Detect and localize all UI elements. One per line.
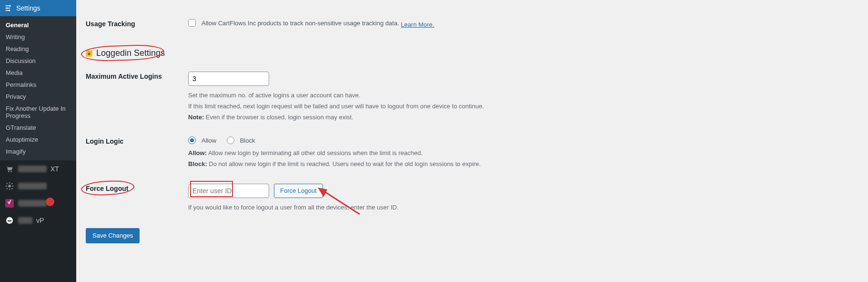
sidebar-item-media[interactable]: Media: [0, 67, 76, 79]
login-logic-allow-radio[interactable]: [188, 136, 196, 144]
force-logout-button[interactable]: Force Logout: [274, 184, 323, 198]
sidebar-item-gtranslate[interactable]: GTranslate: [0, 122, 76, 134]
yoast-icon: [5, 198, 14, 208]
loggedin-settings-heading: Loggedin Settings: [86, 48, 858, 58]
section-heading-text: Loggedin Settings: [96, 48, 165, 58]
redacted-label: [18, 200, 47, 207]
lock-icon: [86, 50, 92, 57]
learn-more-link[interactable]: Learn More.: [401, 21, 434, 28]
circle-icon: [5, 216, 14, 225]
svg-point-7: [10, 171, 12, 172]
sidebar-submenu: General Writing Reading Discussion Media…: [0, 16, 76, 160]
redacted-suffix: XT: [50, 165, 59, 173]
svg-point-10: [6, 217, 13, 224]
redacted-label: [18, 183, 47, 189]
redacted-label: [18, 217, 32, 224]
save-changes-button[interactable]: Save Changes: [86, 228, 140, 243]
force-logout-label: Force Logout: [86, 185, 128, 192]
sliders-icon: [5, 4, 12, 12]
svg-rect-1: [6, 8, 10, 9]
svg-point-8: [8, 185, 10, 187]
sidebar-item-autoptimize[interactable]: Autoptimize: [0, 134, 76, 146]
redacted-suffix: vP: [36, 217, 44, 224]
block-desc-text: Do not allow new login if the limit is r…: [207, 160, 481, 167]
login-logic-block-text: Block: [240, 137, 255, 144]
notification-dot-icon: [46, 198, 54, 206]
cart-icon: [5, 164, 14, 174]
usage-tracking-checkbox[interactable]: [188, 19, 196, 27]
sidebar-item-general[interactable]: General: [0, 19, 76, 31]
sidebar-item-writing[interactable]: Writing: [0, 31, 76, 43]
sidebar-item-discussion[interactable]: Discussion: [0, 55, 76, 67]
allow-desc-label: Allow:: [188, 149, 207, 157]
usage-tracking-label: Usage Tracking: [86, 19, 188, 28]
force-logout-desc: If you would like to force logout a user…: [188, 203, 858, 213]
sidebar-item-privacy[interactable]: Privacy: [0, 91, 76, 103]
block-desc-label: Block:: [188, 160, 207, 167]
max-logins-desc2: If this limit reached, next login reques…: [188, 102, 858, 112]
svg-point-5: [9, 10, 10, 11]
max-logins-note-text: Even if the browser is closed, login ses…: [204, 114, 353, 121]
sidebar-item-imagify[interactable]: Imagify: [0, 146, 76, 157]
usage-tracking-text: Allow CartFlows Inc products to track no…: [202, 20, 399, 27]
sidebar-menu-settings-label: Settings: [16, 4, 40, 12]
max-logins-desc1: Set the maximum no. of active logins a u…: [188, 91, 858, 101]
sidebar-item-redacted-1[interactable]: XT: [0, 160, 76, 178]
sidebar-item-permalinks[interactable]: Permalinks: [0, 79, 76, 91]
settings-main: Usage Tracking Allow CartFlows Inc produ…: [76, 0, 868, 282]
svg-point-4: [6, 7, 8, 9]
gear-icon: [5, 181, 14, 191]
sidebar-item-redacted-2[interactable]: [0, 178, 76, 195]
sidebar-item-redacted-4[interactable]: vP: [0, 212, 76, 229]
allow-desc-text: Allow new login by terminating all other…: [207, 149, 423, 157]
login-logic-allow-text: Allow: [202, 137, 216, 144]
sidebar-item-reading[interactable]: Reading: [0, 43, 76, 55]
sidebar-menu-settings[interactable]: Settings: [0, 0, 76, 16]
max-logins-note-label: Note:: [188, 114, 204, 121]
login-logic-label: Login Logic: [86, 136, 188, 145]
force-logout-userid-input[interactable]: [188, 184, 269, 198]
admin-sidebar: Settings General Writing Reading Discuss…: [0, 0, 76, 282]
redacted-label: [18, 166, 47, 172]
login-logic-block-radio[interactable]: [227, 136, 234, 144]
svg-point-3: [10, 5, 11, 7]
max-logins-input[interactable]: [188, 72, 269, 86]
svg-point-6: [8, 171, 10, 172]
svg-rect-11: [88, 53, 91, 55]
sidebar-item-redacted-3[interactable]: [0, 195, 76, 212]
sidebar-item-fix-update[interactable]: Fix Another Update In Progress: [0, 103, 76, 122]
max-logins-label: Maximum Active Logins: [86, 72, 188, 80]
